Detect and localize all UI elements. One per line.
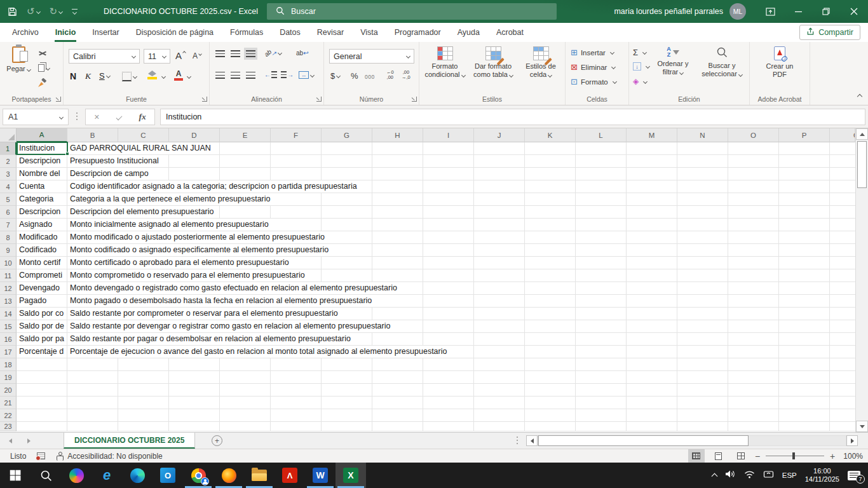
column-header-M[interactable]: M bbox=[627, 128, 677, 142]
delete-cells-button[interactable]: ⊠Eliminar bbox=[571, 62, 615, 72]
row-header-20[interactable]: 20 bbox=[0, 384, 17, 396]
cell-B7[interactable]: Monto inicialmente asignado al elemento … bbox=[67, 219, 271, 231]
tab-archivo[interactable]: Archivo bbox=[4, 23, 47, 42]
row-cells[interactable]: ComprometiMonto comprometido o reservado… bbox=[17, 269, 855, 282]
share-button[interactable]: Compartir bbox=[799, 25, 860, 40]
tab-acrobat[interactable]: Acrobat bbox=[488, 23, 532, 42]
merge-center-icon[interactable]: ↔ bbox=[299, 71, 314, 79]
row-header-7[interactable]: 7 bbox=[0, 219, 17, 231]
row-cells[interactable]: DescripcionDescripcion del elemento pres… bbox=[17, 206, 855, 219]
insert-function-icon[interactable]: fx bbox=[139, 112, 146, 122]
taskbar-chrome-icon[interactable] bbox=[183, 463, 214, 488]
cell-B17[interactable]: Porcentaje de ejecucion o avance del gas… bbox=[67, 346, 449, 358]
cell-A4[interactable]: Cuenta bbox=[17, 180, 67, 193]
row-header-4[interactable]: 4 bbox=[0, 180, 17, 193]
taskbar-acrobat-icon[interactable]: Λ bbox=[275, 463, 305, 488]
orientation-icon[interactable]: ab↗ bbox=[264, 50, 281, 57]
column-header-K[interactable]: K bbox=[525, 128, 576, 142]
row-header-10[interactable]: 10 bbox=[0, 257, 17, 269]
cell-A15[interactable]: Saldo por de bbox=[17, 320, 67, 332]
column-header-I[interactable]: I bbox=[423, 128, 474, 142]
row-cells[interactable]: DescripcionPresupuesto Institucional bbox=[17, 155, 855, 168]
cell-A3[interactable]: Nombre del bbox=[17, 168, 67, 180]
horizontal-scroll-thumb[interactable] bbox=[538, 435, 749, 446]
cell-A2[interactable]: Descripcion bbox=[17, 155, 67, 167]
restore-icon[interactable] bbox=[812, 0, 840, 23]
cell-A1[interactable]: Institucion bbox=[17, 142, 67, 154]
percent-icon[interactable]: % bbox=[351, 71, 358, 81]
find-select-button[interactable]: Buscar y seleccionar bbox=[698, 46, 746, 78]
row-cells[interactable]: AsignadoMonto inicialmente asignado al e… bbox=[17, 219, 855, 231]
row-cells[interactable]: Nombre delDescripcion de campo bbox=[17, 168, 855, 180]
column-header-B[interactable]: B bbox=[67, 128, 118, 142]
cell-A10[interactable]: Monto certif bbox=[17, 257, 67, 269]
row-header-22[interactable]: 22 bbox=[0, 409, 17, 422]
cell-B10[interactable]: Monto certificado o aprobado para el ele… bbox=[67, 257, 291, 269]
row-cells[interactable]: DevengadoMonto devengado o registrado co… bbox=[17, 282, 855, 295]
row-header-15[interactable]: 15 bbox=[0, 320, 17, 333]
row-header-8[interactable]: 8 bbox=[0, 231, 17, 244]
cell-B2[interactable]: Presupuesto Institucional bbox=[67, 155, 161, 167]
formula-bar-drag-handle[interactable] bbox=[76, 112, 78, 121]
customize-quick-access-toolbar-icon[interactable] bbox=[72, 9, 78, 15]
font-color-icon[interactable]: A bbox=[174, 70, 183, 81]
conditional-formatting-button[interactable]: Formato condicional bbox=[422, 46, 468, 79]
increase-indent-icon[interactable]: → bbox=[281, 71, 294, 78]
font-size-select[interactable]: 11 bbox=[144, 49, 170, 64]
taskbar-word-icon[interactable]: W bbox=[305, 463, 336, 488]
cell-A9[interactable]: Codificado bbox=[17, 244, 67, 256]
accessibility-status[interactable]: Accesibilidad: No disponible bbox=[56, 452, 162, 461]
sheet-tab[interactable]: DICCIONARIO OCTUBRE 2025 bbox=[64, 433, 195, 449]
row-cells[interactable]: Porcentaje dPorcentaje de ejecucion o av… bbox=[17, 346, 855, 358]
grow-font-icon[interactable]: A bbox=[175, 50, 186, 61]
cell-B15[interactable]: Saldo restante por devengar o registrar … bbox=[67, 320, 392, 332]
taskbar-file-explorer-icon[interactable] bbox=[244, 463, 275, 488]
page-layout-view-icon[interactable] bbox=[710, 449, 727, 463]
column-header-P[interactable]: P bbox=[779, 128, 830, 142]
row-cells[interactable]: Saldo por coSaldo restante por compromet… bbox=[17, 308, 855, 320]
copy-icon[interactable] bbox=[38, 64, 50, 72]
row-header-2[interactable]: 2 bbox=[0, 155, 17, 168]
column-header-L[interactable]: L bbox=[576, 128, 627, 142]
scroll-down-icon[interactable] bbox=[856, 421, 868, 432]
row-header-1[interactable]: 1 bbox=[0, 142, 17, 155]
search-box[interactable]: Buscar bbox=[267, 3, 557, 20]
cell-B5[interactable]: Categoria a la que pertenece el elemento… bbox=[67, 193, 273, 205]
cell-B13[interactable]: Monto pagado o desembolsado hasta la fec… bbox=[67, 295, 374, 307]
taskbar-search-icon[interactable] bbox=[31, 463, 61, 488]
cell-B14[interactable]: Saldo restante por comprometer o reserva… bbox=[67, 308, 340, 320]
row-header-23[interactable]: 23 bbox=[0, 422, 17, 431]
dialog-launcher-icon[interactable] bbox=[202, 97, 207, 102]
redo-icon[interactable]: ↻ bbox=[50, 6, 63, 17]
tab-datos[interactable]: Datos bbox=[271, 23, 309, 42]
number-format-select[interactable]: General bbox=[329, 49, 414, 64]
row-header-13[interactable]: 13 bbox=[0, 295, 17, 308]
dialog-launcher-icon[interactable] bbox=[56, 97, 61, 102]
clear-icon[interactable]: ◈ bbox=[633, 77, 647, 86]
autosum-icon[interactable]: Σ bbox=[633, 48, 646, 57]
bold-button[interactable]: N bbox=[70, 71, 76, 81]
column-header-J[interactable]: J bbox=[474, 128, 525, 142]
cell-B11[interactable]: Monto comprometido o reservado para el e… bbox=[67, 269, 307, 281]
cell-A6[interactable]: Descripcion bbox=[17, 206, 67, 218]
tab-vista[interactable]: Vista bbox=[352, 23, 386, 42]
zoom-out-icon[interactable]: − bbox=[755, 451, 760, 461]
wifi-icon[interactable] bbox=[744, 470, 755, 481]
page-break-view-icon[interactable] bbox=[733, 449, 749, 463]
undo-icon[interactable]: ↺ bbox=[27, 6, 40, 17]
row-header-17[interactable]: 17 bbox=[0, 346, 17, 358]
taskbar-edge-icon[interactable] bbox=[122, 463, 153, 488]
previous-sheet-icon[interactable] bbox=[9, 438, 12, 444]
format-as-table-button[interactable]: Dar formato como tabla bbox=[469, 46, 517, 79]
row-cells[interactable] bbox=[17, 422, 855, 431]
cell-styles-button[interactable]: Estilos de celda bbox=[519, 46, 563, 79]
thousands-icon[interactable]: 000 bbox=[365, 74, 375, 80]
select-all-corner[interactable] bbox=[0, 128, 17, 142]
cell-A17[interactable]: Porcentaje d bbox=[17, 346, 67, 358]
align-bottom-icon[interactable] bbox=[244, 48, 257, 60]
cut-icon[interactable] bbox=[38, 49, 47, 57]
macro-record-icon[interactable] bbox=[37, 452, 45, 459]
tab-revisar[interactable]: Revisar bbox=[309, 23, 352, 42]
enter-icon[interactable] bbox=[116, 114, 123, 120]
taskbar-firefox-icon[interactable] bbox=[214, 463, 244, 488]
